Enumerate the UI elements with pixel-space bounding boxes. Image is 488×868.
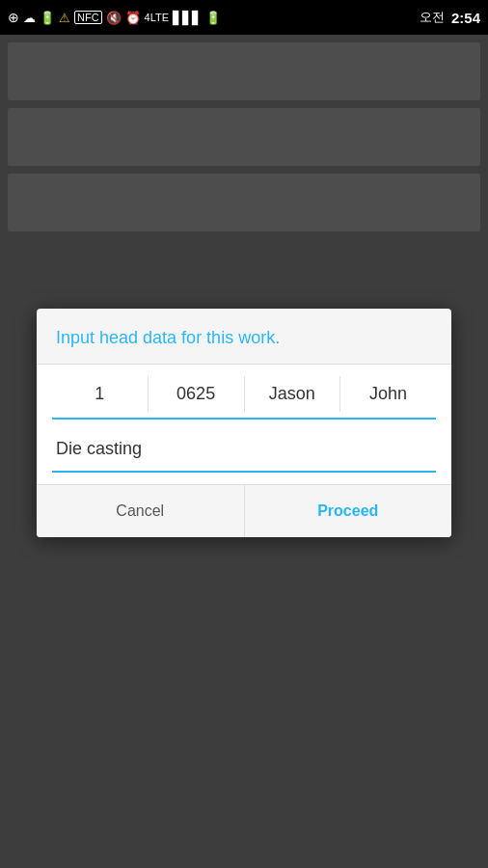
add-icon: ⊕ — [8, 10, 19, 25]
status-time: 2:54 — [451, 10, 480, 26]
status-bar: ⊕ ☁ 🔋 ⚠ NFC 🔇 ⏰ 4LTE ▋▋▋ 🔋 오전 2:54 — [0, 0, 488, 35]
cancel-button[interactable]: Cancel — [37, 485, 245, 537]
volume-icon: 🔇 — [106, 11, 122, 25]
description-field-row — [52, 427, 436, 473]
alarm-icon: ⏰ — [125, 11, 141, 25]
proceed-button[interactable]: Proceed — [245, 485, 452, 537]
field-code[interactable]: 0625 — [149, 376, 245, 412]
network-label: 4LTE — [145, 12, 169, 23]
field-firstname[interactable]: Jason — [245, 376, 341, 412]
signal-icon: ▋▋▋ — [173, 11, 202, 25]
warning-icon: ⚠ — [59, 11, 70, 25]
battery-icon: 🔋 — [40, 11, 55, 25]
app-background: Input head data for this work. 1 0625 Ja… — [0, 35, 488, 868]
dialog-title: Input head data for this work. — [37, 309, 451, 365]
modal-overlay: Input head data for this work. 1 0625 Ja… — [0, 35, 488, 868]
dialog-content: 1 0625 Jason John — [37, 365, 451, 484]
nfc-label: NFC — [74, 11, 102, 24]
input-dialog: Input head data for this work. 1 0625 Ja… — [37, 309, 451, 537]
fields-row: 1 0625 Jason John — [52, 376, 436, 420]
field-number[interactable]: 1 — [52, 376, 149, 412]
description-input[interactable] — [52, 433, 436, 465]
status-ampm: 오전 — [420, 9, 445, 26]
cloud-icon: ☁ — [23, 11, 36, 25]
field-lastname[interactable]: John — [340, 376, 436, 412]
status-bar-left-icons: ⊕ ☁ 🔋 ⚠ NFC 🔇 ⏰ 4LTE ▋▋▋ 🔋 — [8, 10, 221, 25]
status-bar-right: 오전 2:54 — [420, 9, 480, 26]
battery-full-icon: 🔋 — [205, 11, 221, 25]
dialog-buttons: Cancel Proceed — [37, 484, 451, 537]
